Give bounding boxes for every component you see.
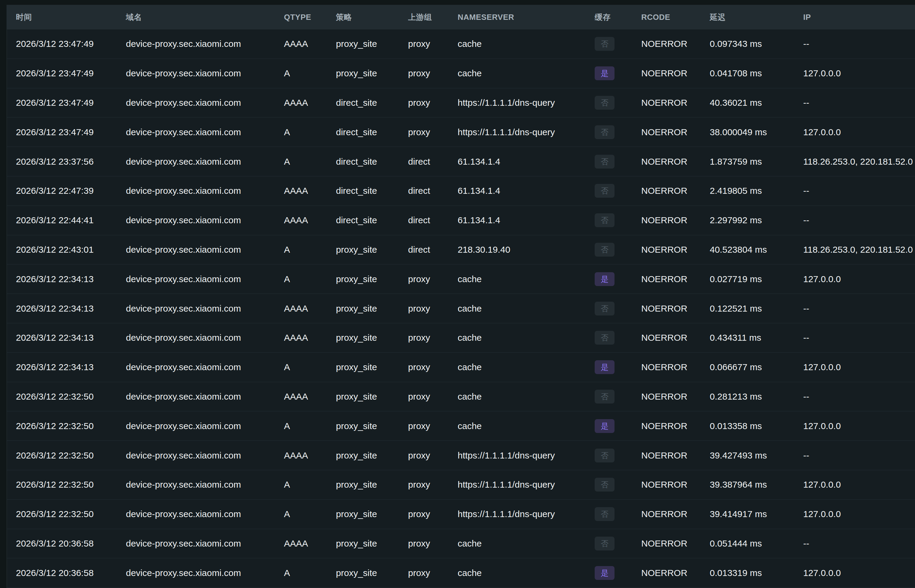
cell-ip: -- xyxy=(803,333,915,343)
table-row: 2026/3/12 22:34:13 device-proxy.sec.xiao… xyxy=(7,323,915,353)
col-header-ip: IP xyxy=(803,13,915,22)
cell-time: 2026/3/12 22:32:50 xyxy=(7,451,126,460)
cell-ip: 127.0.0.0 xyxy=(803,568,915,578)
cell-qtype: AAAA xyxy=(284,304,336,314)
col-header-qtype: QTYPE xyxy=(284,13,336,22)
table-row: 2026/3/12 23:37:56 device-proxy.sec.xiao… xyxy=(7,147,915,176)
cell-rcode: NOERROR xyxy=(641,215,710,225)
col-header-upstream-group: 上游组 xyxy=(408,12,457,23)
cell-policy: proxy_site xyxy=(336,274,408,284)
cell-policy: proxy_site xyxy=(336,39,408,49)
cell-domain: device-proxy.sec.xiaomi.com xyxy=(126,538,284,549)
cache-badge: 否 xyxy=(595,449,614,462)
table-row: 2026/3/12 22:34:13 device-proxy.sec.xiao… xyxy=(7,294,915,323)
cell-qtype: A xyxy=(284,421,336,431)
cell-domain: device-proxy.sec.xiaomi.com xyxy=(126,362,284,372)
cache-badge: 否 xyxy=(595,478,614,491)
cell-nameserver: cache xyxy=(457,538,595,549)
cell-qtype: A xyxy=(284,362,336,372)
col-header-policy: 策略 xyxy=(336,12,408,23)
cell-cache: 否 xyxy=(595,449,641,462)
cell-domain: device-proxy.sec.xiaomi.com xyxy=(126,186,284,196)
cell-latency: 39.427493 ms xyxy=(710,451,803,460)
table-row: 2026/3/12 22:32:50 device-proxy.sec.xiao… xyxy=(7,441,915,470)
cell-rcode: NOERROR xyxy=(641,451,710,460)
cell-ip: -- xyxy=(803,186,915,196)
cell-domain: device-proxy.sec.xiaomi.com xyxy=(126,245,284,255)
cell-upstream-group: proxy xyxy=(408,39,457,49)
cell-rcode: NOERROR xyxy=(641,68,710,78)
cell-latency: 0.013319 ms xyxy=(710,568,803,578)
cell-cache: 否 xyxy=(595,155,641,168)
cell-time: 2026/3/12 22:32:50 xyxy=(7,480,126,490)
cell-cache: 否 xyxy=(595,390,641,404)
cell-rcode: NOERROR xyxy=(641,509,710,519)
table-row: 2026/3/12 23:47:49 device-proxy.sec.xiao… xyxy=(7,118,915,147)
cell-time: 2026/3/12 22:32:50 xyxy=(7,421,126,431)
cell-ip: -- xyxy=(803,304,915,314)
cell-policy: proxy_site xyxy=(336,421,408,431)
cell-policy: direct_site xyxy=(336,98,408,108)
table-row: 2026/3/12 22:32:50 device-proxy.sec.xiao… xyxy=(7,411,915,441)
cell-ip: 127.0.0.0 xyxy=(803,362,915,372)
cell-latency: 2.297992 ms xyxy=(710,215,803,225)
cell-upstream-group: proxy xyxy=(408,362,457,372)
cell-rcode: NOERROR xyxy=(641,304,710,314)
cell-domain: device-proxy.sec.xiaomi.com xyxy=(126,333,284,343)
cache-badge: 否 xyxy=(595,331,614,345)
cell-upstream-group: direct xyxy=(408,245,457,255)
cell-qtype: A xyxy=(284,274,336,284)
col-header-rcode: RCODE xyxy=(641,13,710,22)
cell-nameserver: 218.30.19.40 xyxy=(457,245,595,255)
cell-policy: proxy_site xyxy=(336,68,408,78)
cell-rcode: NOERROR xyxy=(641,186,710,196)
cell-policy: proxy_site xyxy=(336,538,408,549)
cell-ip: -- xyxy=(803,39,915,49)
cell-cache: 否 xyxy=(595,331,641,345)
cell-upstream-group: proxy xyxy=(408,568,457,578)
cell-cache: 否 xyxy=(595,96,641,110)
cell-cache: 否 xyxy=(595,37,641,51)
cell-upstream-group: direct xyxy=(408,215,457,225)
cell-upstream-group: proxy xyxy=(408,480,457,490)
table-row: 2026/3/12 20:36:58 device-proxy.sec.xiao… xyxy=(7,529,915,559)
cell-domain: device-proxy.sec.xiaomi.com xyxy=(126,68,284,78)
cell-time: 2026/3/12 22:32:50 xyxy=(7,391,126,402)
cache-badge: 是 xyxy=(595,360,614,374)
cell-nameserver: https://1.1.1.1/dns-query xyxy=(457,98,595,108)
table-body: 2026/3/12 23:47:49 device-proxy.sec.xiao… xyxy=(7,29,915,588)
col-header-time: 时间 xyxy=(7,12,126,23)
cell-latency: 2.419805 ms xyxy=(710,186,803,196)
cell-nameserver: cache xyxy=(457,39,595,49)
table-row: 2026/3/12 22:34:13 device-proxy.sec.xiao… xyxy=(7,264,915,294)
cell-rcode: NOERROR xyxy=(641,127,710,137)
cell-rcode: NOERROR xyxy=(641,391,710,402)
table-row: 2026/3/12 23:47:49 device-proxy.sec.xiao… xyxy=(7,59,915,88)
cache-badge: 是 xyxy=(595,566,614,580)
cell-qtype: A xyxy=(284,568,336,578)
cell-rcode: NOERROR xyxy=(641,568,710,578)
cell-latency: 0.027719 ms xyxy=(710,274,803,284)
cache-badge: 否 xyxy=(595,536,614,551)
cell-policy: direct_site xyxy=(336,186,408,196)
cell-rcode: NOERROR xyxy=(641,333,710,343)
cell-upstream-group: direct xyxy=(408,186,457,196)
cell-nameserver: cache xyxy=(457,274,595,284)
cell-ip: -- xyxy=(803,538,915,549)
table-row: 2026/3/12 22:34:13 device-proxy.sec.xiao… xyxy=(7,353,915,382)
cell-latency: 0.051444 ms xyxy=(710,538,803,549)
cell-qtype: AAAA xyxy=(284,98,336,108)
cell-cache: 是 xyxy=(595,272,641,286)
cell-ip: 127.0.0.0 xyxy=(803,68,915,78)
cell-time: 2026/3/12 23:47:49 xyxy=(7,68,126,78)
cache-badge: 否 xyxy=(595,243,614,257)
cell-qtype: AAAA xyxy=(284,39,336,49)
table-row: 2026/3/12 22:47:39 device-proxy.sec.xiao… xyxy=(7,176,915,206)
cache-badge: 是 xyxy=(595,66,614,80)
cell-qtype: AAAA xyxy=(284,451,336,460)
cache-badge: 否 xyxy=(595,125,614,139)
cell-time: 2026/3/12 22:34:13 xyxy=(7,333,126,343)
cell-latency: 39.414917 ms xyxy=(710,509,803,519)
cell-nameserver: cache xyxy=(457,362,595,372)
cell-domain: device-proxy.sec.xiaomi.com xyxy=(126,98,284,108)
